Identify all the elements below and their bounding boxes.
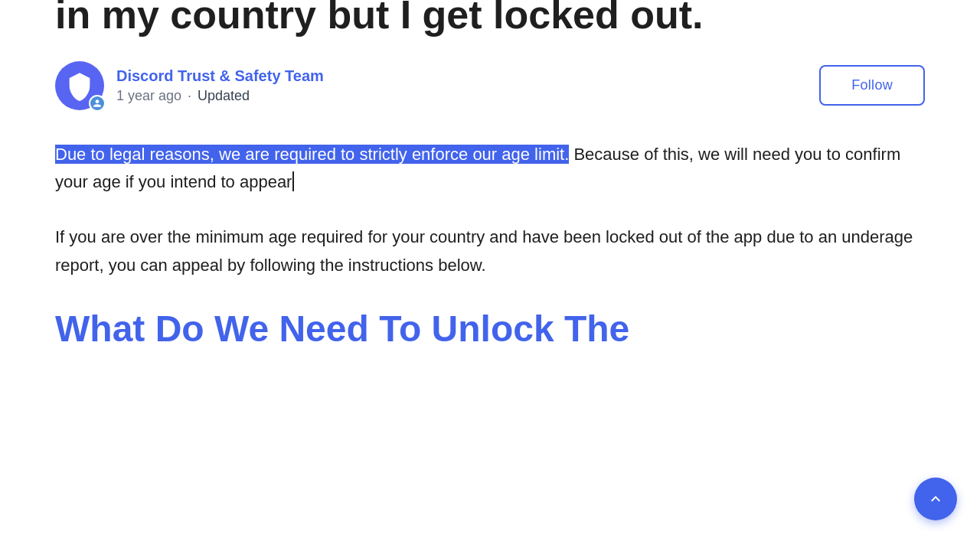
second-paragraph: If you are over the minimum age required… — [55, 223, 925, 279]
article-title-partial: in my country but I get locked out. — [55, 0, 925, 38]
author-badge — [89, 95, 106, 112]
text-cursor — [292, 171, 294, 191]
discord-logo-icon — [64, 70, 95, 101]
content-area: Due to legal reasons, we are required to… — [55, 141, 925, 351]
selected-text: Due to legal reasons, we are required to… — [55, 145, 569, 164]
follow-button[interactable]: Follow — [819, 65, 925, 106]
author-meta: 1 year ago · Updated — [116, 88, 324, 104]
section-heading: What Do We Need To Unlock The — [55, 307, 925, 351]
author-details: Discord Trust & Safety Team 1 year ago ·… — [116, 67, 324, 104]
chevron-up-icon — [926, 490, 945, 508]
separator-dot: · — [188, 88, 191, 104]
first-paragraph: Due to legal reasons, we are required to… — [55, 141, 925, 197]
person-icon — [93, 99, 102, 108]
avatar — [55, 61, 104, 110]
author-time: 1 year ago — [116, 88, 181, 104]
scroll-to-top-button[interactable] — [914, 478, 957, 520]
author-info: Discord Trust & Safety Team 1 year ago ·… — [55, 61, 324, 110]
author-row: Discord Trust & Safety Team 1 year ago ·… — [55, 54, 925, 110]
updated-label: Updated — [198, 88, 250, 104]
author-name[interactable]: Discord Trust & Safety Team — [116, 67, 324, 85]
